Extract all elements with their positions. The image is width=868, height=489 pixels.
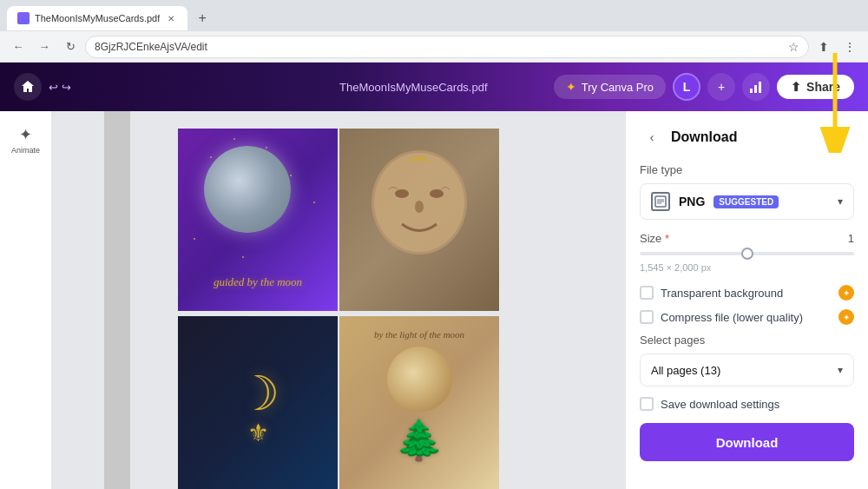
download-button[interactable]: Download bbox=[640, 423, 854, 461]
svg-point-6 bbox=[430, 189, 444, 198]
dark-bg: ☽ ⚜ bbox=[178, 316, 338, 489]
share-btn[interactable]: ⬆ Share bbox=[777, 75, 854, 99]
size-asterisk: * bbox=[661, 232, 669, 245]
app-header: ↩ ↪ TheMoonIsMyMuseCards.pdf ✦ Try Canva… bbox=[0, 63, 868, 111]
tree-silhouette: 🌲 bbox=[395, 420, 444, 459]
tab-favicon bbox=[17, 12, 30, 24]
transparent-bg-checkbox[interactable] bbox=[640, 286, 654, 300]
left-toolbar: ✦ Animate bbox=[0, 111, 52, 489]
canvas-image-3: ☽ ⚜ bbox=[178, 316, 338, 489]
select-pages-label: Select pages bbox=[640, 334, 854, 347]
share-icon: ⬆ bbox=[791, 80, 801, 94]
by-light-text: by the light of the moon bbox=[339, 329, 499, 340]
crescent-ornament: ☽ ⚜ bbox=[237, 370, 279, 446]
left-strip bbox=[104, 111, 130, 489]
file-type-section: File type PNG SUGGESTED ▾ bbox=[640, 163, 854, 220]
new-tab-btn[interactable]: + bbox=[191, 7, 214, 30]
slider-thumb[interactable] bbox=[741, 248, 753, 260]
file-format-icon bbox=[651, 192, 670, 211]
share-page-btn[interactable]: ⬆ bbox=[812, 36, 835, 58]
slider-container bbox=[640, 252, 854, 255]
suggested-badge: SUGGESTED bbox=[713, 195, 779, 208]
address-text: 8GjzRJCEnkeAjsVA/edit bbox=[95, 41, 788, 53]
tab-close-btn[interactable]: ✕ bbox=[165, 12, 177, 24]
moon-circle-1 bbox=[204, 146, 291, 233]
try-canva-label: Try Canva Pro bbox=[582, 81, 654, 94]
size-dimensions: 1,545 × 2,000 px bbox=[640, 262, 854, 273]
canvas-image-1: guided by the moon bbox=[178, 129, 338, 311]
save-settings-row: Save download settings bbox=[640, 397, 854, 411]
panel-header: ‹ Download bbox=[640, 125, 854, 149]
size-section: Size * 1 1,545 × 2,000 px bbox=[640, 232, 854, 273]
crescent-symbol: ☽ bbox=[237, 370, 279, 418]
save-settings-checkbox[interactable] bbox=[640, 397, 654, 411]
transparent-bg-premium-icon: ✦ bbox=[838, 285, 854, 301]
bookmark-icon[interactable]: ☆ bbox=[788, 40, 799, 54]
undo-redo: ↩ ↪ bbox=[49, 81, 71, 94]
nav-refresh-btn[interactable]: ↻ bbox=[59, 36, 82, 58]
main-layout: ✦ Animate guided by t bbox=[0, 111, 868, 489]
file-format-name: PNG bbox=[679, 195, 705, 208]
animate-label: Animate bbox=[11, 146, 40, 155]
analytics-btn[interactable] bbox=[742, 73, 770, 101]
pages-dropdown[interactable]: All pages (13) ▾ bbox=[640, 354, 854, 387]
save-settings-label: Save download settings bbox=[661, 398, 779, 411]
browser-chrome: TheMoonIsMyMuseCards.pdf ✕ + ← → ↻ 8GjzR… bbox=[0, 0, 868, 63]
share-label: Share bbox=[806, 80, 840, 94]
star-icon: ✦ bbox=[566, 80, 576, 94]
sepia-moon bbox=[387, 347, 452, 412]
panel-title: Download bbox=[671, 129, 737, 145]
file-type-dropdown-arrow: ▾ bbox=[838, 195, 843, 208]
tab-title: TheMoonIsMyMuseCards.pdf bbox=[35, 13, 160, 23]
transparent-bg-row: Transparent background ✦ bbox=[640, 285, 854, 301]
canvas-area: guided by the moon bbox=[52, 111, 625, 489]
pages-text: All pages (13) bbox=[651, 364, 838, 377]
svg-rect-0 bbox=[750, 89, 753, 93]
extensions-btn[interactable]: ⋮ bbox=[838, 36, 861, 58]
animate-toolbar-item[interactable]: ✦ Animate bbox=[4, 118, 48, 162]
size-value: 1 bbox=[848, 232, 854, 245]
svg-rect-1 bbox=[754, 85, 757, 93]
svg-point-7 bbox=[415, 201, 424, 213]
stone-face bbox=[363, 137, 476, 303]
compress-premium-icon: ✦ bbox=[838, 309, 854, 325]
nav-back-btn[interactable]: ← bbox=[7, 36, 30, 58]
svg-rect-2 bbox=[759, 82, 761, 93]
canvas-content: guided by the moon bbox=[178, 129, 499, 489]
panel-back-btn[interactable]: ‹ bbox=[640, 125, 664, 149]
size-label: Size * bbox=[640, 232, 669, 245]
file-type-dropdown[interactable]: PNG SUGGESTED ▾ bbox=[640, 183, 854, 220]
try-canva-btn[interactable]: ✦ Try Canva Pro bbox=[554, 75, 666, 99]
tab-bar: TheMoonIsMyMuseCards.pdf ✕ + bbox=[0, 0, 868, 31]
avatar[interactable]: L bbox=[673, 73, 700, 101]
redo-btn[interactable]: ↪ bbox=[62, 81, 71, 94]
add-btn[interactable]: + bbox=[707, 73, 735, 101]
canvas-image-2 bbox=[339, 129, 499, 311]
guided-text: guided by the moon bbox=[214, 275, 302, 288]
select-pages-section: Select pages All pages (13) ▾ bbox=[640, 334, 854, 387]
browser-controls: ← → ↻ 8GjzRJCEnkeAjsVA/edit ☆ ⬆ ⋮ bbox=[0, 31, 868, 63]
canvas-image-4: by the light of the moon 🌲 bbox=[339, 316, 499, 489]
svg-point-5 bbox=[395, 189, 409, 198]
moon-text-overlay-1: guided by the moon bbox=[178, 275, 338, 289]
pages-dropdown-arrow: ▾ bbox=[838, 364, 843, 376]
compress-file-label: Compress file (lower quality) bbox=[661, 311, 803, 324]
compress-file-checkbox[interactable] bbox=[640, 310, 654, 324]
sepia-content: by the light of the moon 🌲 bbox=[339, 316, 499, 489]
animate-icon: ✦ bbox=[19, 125, 32, 144]
address-bar[interactable]: 8GjzRJCEnkeAjsVA/edit ☆ bbox=[85, 36, 809, 58]
size-slider[interactable] bbox=[640, 252, 854, 255]
file-type-label: File type bbox=[640, 163, 854, 176]
document-title: TheMoonIsMyMuseCards.pdf bbox=[284, 81, 543, 94]
transparent-bg-label: Transparent background bbox=[661, 287, 783, 300]
home-btn[interactable] bbox=[14, 73, 42, 101]
download-panel: ‹ Download File type PNG SUGGESTED ▾ Siz… bbox=[625, 111, 868, 489]
fleur-symbol: ⚜ bbox=[237, 421, 279, 446]
compress-file-row: Compress file (lower quality) ✦ bbox=[640, 309, 854, 325]
size-row: Size * 1 bbox=[640, 232, 854, 245]
nav-forward-btn[interactable]: → bbox=[33, 36, 56, 58]
undo-btn[interactable]: ↩ bbox=[49, 81, 58, 94]
active-tab[interactable]: TheMoonIsMyMuseCards.pdf ✕ bbox=[7, 6, 187, 30]
